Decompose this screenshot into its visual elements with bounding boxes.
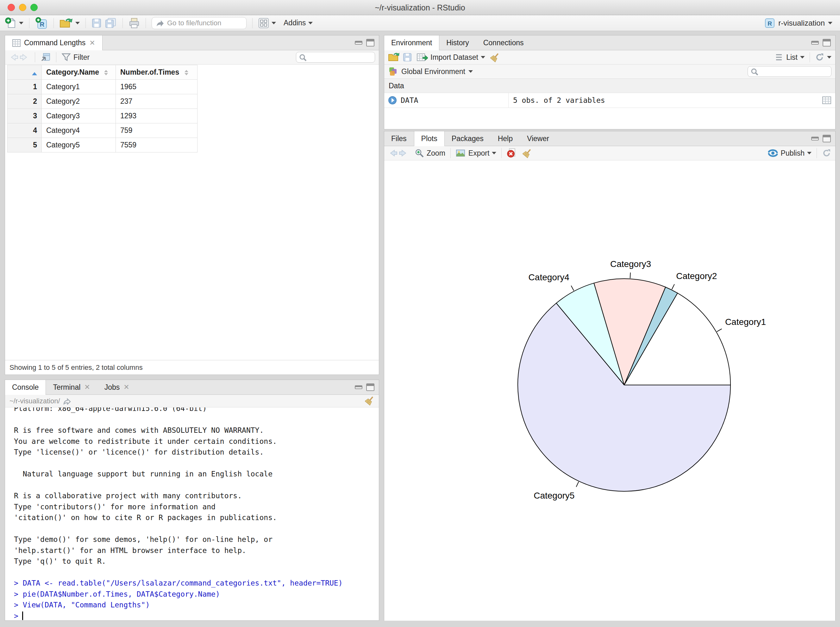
environment-selector-row: Global Environment [384,65,835,79]
clear-environment-broom-icon[interactable] [490,52,500,62]
working-directory: ~/r-visualization/ [9,397,60,405]
goto-file-input[interactable] [167,19,237,27]
tab-label: Packages [452,134,484,143]
column-header-number-of-times[interactable]: Number.of.Times [116,65,197,80]
data-viewer-pane: Command Lengths ✕ Filter [5,35,379,375]
pane-layout-button[interactable] [258,18,276,28]
main-toolbar: R [0,15,840,31]
tab-terminal[interactable]: Terminal ✕ [46,380,97,394]
zoom-magnifier-icon [415,148,424,158]
console-line: 'citation()' on how to cite R or R packa… [14,512,376,523]
clear-console-broom-icon[interactable] [365,395,374,406]
data-table-icon [12,39,21,47]
row-number: 3 [8,109,42,123]
print-button[interactable] [128,18,140,28]
tab-files[interactable]: Files [384,131,414,146]
view-table-icon[interactable] [822,96,831,104]
export-plot-button[interactable]: Export [456,149,496,158]
open-folder-icon [60,18,73,28]
publish-button[interactable]: Publish [767,148,812,158]
minimize-pane-icon[interactable] [355,385,362,389]
minimize-pane-icon[interactable] [811,41,819,45]
cell-category-name: Category3 [42,109,116,123]
object-name: DATA [401,96,418,104]
sort-arrows-icon [104,70,108,75]
export-caret-icon [492,152,496,154]
environment-object-row[interactable]: DATA 5 obs. of 2 variables [384,93,835,108]
new-file-button[interactable] [5,17,24,29]
console-line [14,567,376,578]
refresh-caret-icon [827,56,831,58]
save-workspace-icon[interactable] [403,52,412,62]
environment-selector-caret-icon[interactable] [469,70,473,73]
list-view-button[interactable]: List [775,53,805,62]
plot-back-forward-icons[interactable] [388,148,409,158]
goto-directory-arrow-icon[interactable] [63,398,71,405]
load-workspace-icon[interactable] [388,52,400,62]
column-header-category-name[interactable]: Category.Name [42,65,116,80]
save-all-button[interactable] [105,18,117,28]
import-dataset-button[interactable]: Import Dataset [417,52,485,62]
row-number-header[interactable] [8,65,42,80]
publish-label: Publish [781,149,805,158]
open-file-button[interactable] [60,18,80,28]
import-dataset-caret-icon [481,56,485,58]
tab-viewer[interactable]: Viewer [520,131,556,146]
toolbar-separator [252,18,253,28]
filter-button[interactable]: Filter [62,53,90,62]
row-number: 2 [8,94,42,109]
console-line [14,480,376,491]
console-line: Type 'license()' or 'licence()' for dist… [14,447,376,458]
zoom-plot-button[interactable]: Zoom [415,148,445,158]
save-icon [92,18,102,28]
expand-object-icon[interactable] [388,96,397,105]
minimize-pane-icon[interactable] [811,137,819,140]
close-tab-icon[interactable]: ✕ [84,383,90,391]
tab-history[interactable]: History [439,35,476,50]
minimize-pane-icon[interactable] [355,41,362,45]
tab-packages[interactable]: Packages [445,131,491,146]
refresh-plot-icon[interactable] [822,148,831,158]
tab-environment[interactable]: Environment [384,35,439,50]
open-new-window-icon[interactable] [40,52,51,62]
maximize-pane-icon[interactable] [366,383,374,391]
tab-command-lengths[interactable]: Command Lengths ✕ [5,35,103,50]
tab-plots[interactable]: Plots [414,131,445,146]
clear-all-plots-broom-icon[interactable] [523,148,532,158]
console-output[interactable]: Platform: x86_64-apple-darwin15.6.0 (64-… [5,408,379,621]
refresh-environment-button[interactable] [815,52,831,62]
tab-help[interactable]: Help [491,131,520,146]
console-line [14,458,376,469]
close-tab-icon[interactable]: ✕ [123,383,129,391]
environment-search-input[interactable] [748,66,831,77]
zoom-label: Zoom [427,149,445,158]
console-line: Platform: x86_64-apple-darwin15.6.0 (64-… [14,408,376,414]
maximize-pane-icon[interactable] [366,39,374,47]
table-row[interactable]: 5 Category5 7559 [8,138,197,153]
tab-connections[interactable]: Connections [476,35,531,50]
addins-button[interactable]: Addins [284,19,313,27]
viewer-tabbar: Command Lengths ✕ [5,35,379,50]
remove-plot-icon[interactable] [507,148,517,158]
table-row[interactable]: 4 Category4 759 [8,123,197,138]
table-row[interactable]: 1 Category1 1965 [8,80,197,94]
environment-selector-label[interactable]: Global Environment [401,68,465,76]
close-tab-icon[interactable]: ✕ [89,39,95,47]
save-button[interactable] [92,18,102,28]
pie-chart: Category1Category2Category3Category4Cate… [384,161,835,621]
table-row[interactable]: 2 Category2 237 [8,94,197,109]
new-project-button[interactable]: R [35,17,48,29]
maximize-pane-icon[interactable] [823,39,831,47]
environment-search [748,66,831,77]
pie-slice-label: Category2 [676,271,717,281]
tab-jobs[interactable]: Jobs ✕ [98,380,137,394]
goto-file-box[interactable] [152,17,246,29]
table-row[interactable]: 3 Category3 1293 [8,109,197,123]
maximize-pane-icon[interactable] [823,135,831,142]
console-prompt[interactable]: > [14,611,376,621]
project-selector[interactable]: R r-visualization [764,18,835,28]
tab-console[interactable]: Console [5,380,46,395]
goto-arrow-icon [156,19,164,27]
viewer-search-input[interactable] [296,52,375,63]
tab-label: Console [12,383,39,392]
